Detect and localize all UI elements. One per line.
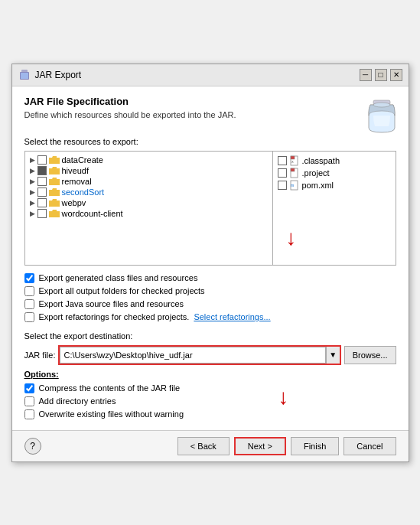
- checkbox-secondSort[interactable]: [37, 188, 47, 197]
- back-button[interactable]: < Back: [177, 437, 230, 455]
- item-label: dataCreate: [62, 155, 103, 165]
- option-label: Export refactorings for checked projects…: [39, 312, 190, 321]
- navigation-buttons: < Back Next > Finish Cancel: [177, 437, 396, 455]
- compress-label: Compress the contents of the JAR file: [39, 383, 181, 393]
- browse-button[interactable]: Browse...: [344, 346, 396, 364]
- expand-arrow: ▶: [30, 188, 36, 196]
- item-label: secondSort: [62, 188, 105, 197]
- expand-arrow: ▶: [30, 167, 36, 174]
- minimize-button[interactable]: ─: [360, 69, 372, 81]
- checkbox-export-output[interactable]: [24, 286, 34, 296]
- expand-arrow: ▶: [30, 210, 36, 217]
- svg-rect-9: [291, 168, 295, 171]
- resources-panel: ▶ dataCreate ▶ hiveudf: [24, 151, 396, 266]
- left-tree: ▶ dataCreate ▶ hiveudf: [25, 152, 273, 265]
- svg-rect-2: [21, 73, 28, 79]
- jar-options-section: Options: Compress the contents of the JA…: [24, 370, 396, 421]
- checkbox-project[interactable]: [278, 168, 287, 178]
- tree-item-secondSort[interactable]: ▶ secondSort: [27, 187, 271, 197]
- options-label: Options:: [24, 370, 396, 379]
- jar-file-input-container: ▼: [58, 345, 340, 365]
- svg-text:X: X: [291, 160, 294, 164]
- xml-icon: m: [289, 180, 300, 191]
- item-label: hiveudf: [62, 166, 89, 175]
- folder-icon: [49, 155, 60, 165]
- tree-item-pomxml[interactable]: m pom.xml: [275, 179, 394, 191]
- export-options: Export generated class files and resourc…: [24, 272, 396, 324]
- option-export-output: Export all output folders for checked pr…: [24, 285, 396, 298]
- jar-file-input[interactable]: [60, 347, 325, 364]
- checkbox-removal[interactable]: [37, 177, 47, 186]
- expand-arrow: ▶: [30, 178, 36, 185]
- cancel-button[interactable]: Cancel: [343, 437, 396, 455]
- close-button[interactable]: ✕: [390, 69, 402, 81]
- jar-export-dialog: JAR Export ─ □ ✕ JAR File Specification …: [11, 64, 409, 462]
- expand-arrow: ▶: [30, 199, 36, 207]
- resources-label: Select the resources to export:: [24, 137, 396, 146]
- svg-point-4: [373, 103, 390, 107]
- select-refactorings-link[interactable]: Select refactorings...: [194, 312, 270, 321]
- jar-icon: [367, 99, 396, 134]
- add-dir-label: Add directory entries: [39, 396, 116, 406]
- option-compress: Compress the contents of the JAR file: [24, 382, 396, 395]
- option-export-refactoring: Export refactorings for checked projects…: [24, 311, 396, 324]
- checkbox-add-dir[interactable]: [24, 396, 34, 406]
- file-icon: X: [289, 155, 300, 166]
- tree-item-project[interactable]: .project: [275, 167, 394, 179]
- dialog-content: JAR File Specification Define which reso…: [12, 86, 409, 430]
- next-button[interactable]: Next >: [234, 437, 286, 455]
- file-icon: [289, 168, 300, 178]
- item-label: .project: [302, 168, 330, 178]
- option-label: Export Java source files and resources: [39, 299, 184, 308]
- red-arrow-2: ↓: [278, 385, 289, 409]
- checkbox-overwrite[interactable]: [24, 409, 34, 419]
- tree-item-webpv[interactable]: ▶ webpv: [27, 197, 271, 208]
- option-export-java: Export Java source files and resources: [24, 298, 396, 311]
- option-export-class: Export generated class files and resourc…: [24, 272, 396, 285]
- item-label: pom.xml: [302, 181, 334, 190]
- expand-arrow: ▶: [30, 156, 36, 164]
- finish-button[interactable]: Finish: [291, 437, 339, 455]
- checkbox-compress[interactable]: [24, 383, 34, 393]
- overwrite-label: Overwrite existing files without warning: [39, 409, 184, 419]
- folder-icon: [49, 188, 60, 197]
- folder-icon: [49, 198, 60, 207]
- checkbox-classpath[interactable]: [278, 156, 287, 165]
- option-label: Export generated class files and resourc…: [39, 273, 198, 282]
- page-description: Define which resources should be exporte…: [24, 110, 236, 119]
- tree-item-classpath[interactable]: X .classpath: [275, 155, 394, 167]
- option-overwrite: Overwrite existing files without warning: [24, 408, 396, 421]
- jar-title-icon: [18, 69, 31, 81]
- item-label: webpv: [62, 198, 86, 207]
- checkbox-export-java[interactable]: [24, 299, 34, 309]
- export-dest-label: Select the export destination:: [24, 331, 396, 341]
- header-section: JAR File Specification Define which reso…: [24, 96, 236, 127]
- help-button[interactable]: ?: [24, 438, 41, 455]
- jar-file-label: JAR file:: [24, 351, 56, 360]
- option-label: Export all output folders for checked pr…: [39, 286, 205, 295]
- button-bar: ? < Back Next > Finish Cancel: [12, 430, 409, 461]
- item-label: wordcount-client: [62, 209, 123, 218]
- checkbox-wordcount-client[interactable]: [37, 209, 47, 218]
- checkbox-export-class[interactable]: [24, 273, 34, 283]
- checkbox-hiveudf[interactable]: [37, 166, 47, 175]
- checkbox-export-refactoring[interactable]: [24, 312, 34, 322]
- maximize-button[interactable]: □: [375, 69, 387, 81]
- tree-item-dataCreate[interactable]: ▶ dataCreate: [27, 155, 271, 165]
- tree-item-hiveudf[interactable]: ▶ hiveudf: [27, 165, 271, 176]
- checkbox-pomxml[interactable]: [278, 181, 287, 190]
- folder-icon: [49, 166, 60, 175]
- page-title: JAR File Specification: [24, 96, 236, 107]
- option-add-dir: Add directory entries: [24, 395, 396, 408]
- tree-item-wordcount-client[interactable]: ▶ wordcount-client: [27, 208, 271, 219]
- folder-icon: [49, 177, 60, 186]
- folder-icon: [49, 209, 60, 218]
- checkbox-dataCreate[interactable]: [37, 155, 47, 165]
- svg-text:m: m: [291, 183, 294, 188]
- jar-file-dropdown[interactable]: ▼: [326, 347, 340, 364]
- title-bar-left: JAR Export: [18, 69, 82, 81]
- red-arrow-1: ↓: [286, 226, 297, 250]
- checkbox-webpv[interactable]: [37, 198, 47, 207]
- tree-item-removal[interactable]: ▶ removal: [27, 176, 271, 187]
- item-label: .classpath: [302, 156, 340, 165]
